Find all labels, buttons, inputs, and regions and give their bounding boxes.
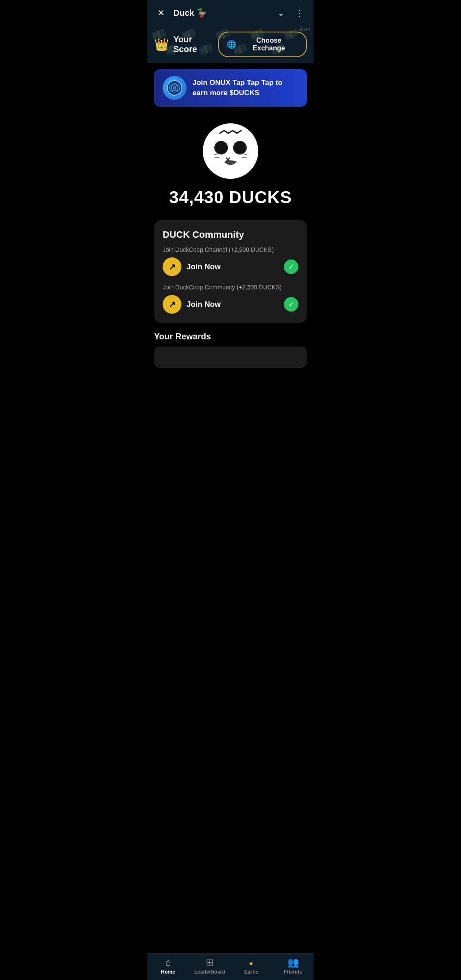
your-score-section: 👑 Your Score	[154, 35, 218, 54]
join-now-label-1: Join Now	[187, 262, 221, 271]
task1-row: ↗ Join Now ✓	[163, 257, 298, 276]
rewards-title: Your Rewards	[154, 332, 307, 341]
promo-banner[interactable]: Join ONUX Tap Tap Tap to earn more $DUCK…	[154, 69, 307, 107]
task2-label: Join DuckCoop Community (+2,500 DUCKS)	[163, 284, 298, 291]
dropdown-button[interactable]: ⌄	[276, 6, 286, 20]
more-options-button[interactable]: ⋮	[293, 6, 305, 20]
community-title: DUCK Community	[163, 229, 298, 240]
join-now-button-1[interactable]: ↗ Join Now	[163, 257, 221, 276]
svg-point-6	[234, 142, 245, 153]
promo-logo	[163, 76, 187, 100]
arrow-icon-2: ↗	[163, 295, 181, 314]
version-tag: v0.0.1	[299, 27, 310, 32]
duck-avatar	[201, 121, 260, 181]
check-icon-1: ✓	[284, 260, 298, 274]
task2-row: ↗ Join Now ✓	[163, 295, 298, 314]
your-score-label: Your Score	[173, 35, 218, 54]
arrow-icon-1: ↗	[163, 257, 181, 276]
crown-icon: 👑	[154, 38, 169, 52]
rewards-section: Your Rewards	[147, 332, 314, 402]
check-icon-2: ✓	[284, 297, 298, 312]
app-title: Duck 🦆	[173, 8, 207, 18]
join-now-button-2[interactable]: ↗ Join Now	[163, 295, 221, 314]
rewards-preview	[154, 347, 307, 368]
duck-score: 34,430 DUCKS	[169, 188, 292, 207]
duck-avatar-section: 34,430 DUCKS	[147, 113, 314, 211]
top-bar: ✕ Duck 🦆 ⌄ ⋮	[147, 0, 314, 26]
choose-exchange-label: Choose Exchange	[239, 37, 298, 52]
promo-text: Join ONUX Tap Tap Tap to earn more $DUCK…	[193, 78, 298, 98]
close-button[interactable]: ✕	[156, 6, 166, 20]
community-card: DUCK Community Join DuckCoop Channel (+2…	[154, 220, 307, 323]
globe-icon: 🌐	[227, 40, 236, 49]
join-now-label-2: Join Now	[187, 300, 221, 309]
task1-label: Join DuckCoop Channel (+2,500 DUCKS)	[163, 246, 298, 253]
choose-exchange-button[interactable]: 🌐 Choose Exchange	[218, 32, 307, 57]
svg-point-4	[216, 142, 227, 153]
top-bar-right: ⌄ ⋮	[276, 6, 305, 20]
top-bar-left: ✕ Duck 🦆	[156, 6, 207, 20]
header-banner: 💵 💵 💵 💵 💵 💵 💵 💵 💵 v0.0.1 👑 Your Score 🌐 …	[147, 26, 314, 63]
svg-point-1	[173, 86, 176, 90]
